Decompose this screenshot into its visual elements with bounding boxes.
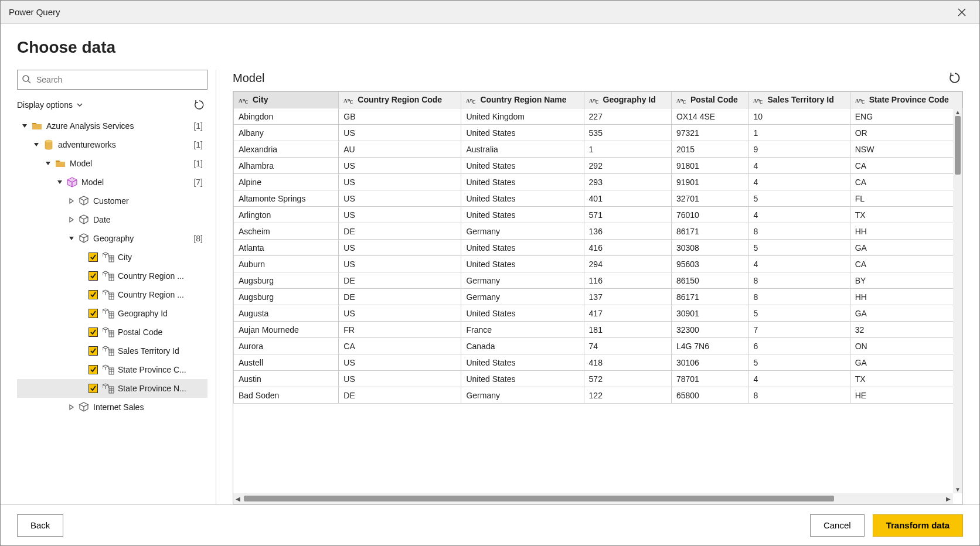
checkbox[interactable] xyxy=(89,365,98,374)
checkbox[interactable] xyxy=(89,327,98,337)
svg-point-7 xyxy=(45,140,52,142)
display-options-dropdown[interactable]: Display options xyxy=(17,100,83,110)
column-icon xyxy=(103,364,114,376)
tree-item[interactable]: Model[1] xyxy=(17,154,207,173)
table-row[interactable]: AuburnUSUnited States294956034CA xyxy=(234,256,962,272)
search-icon xyxy=(22,74,31,86)
expand-caret-icon[interactable] xyxy=(44,161,52,166)
svg-line-19 xyxy=(84,203,88,205)
table-row[interactable]: AbingdonGBUnited Kingdom227OX14 4SE10ENG xyxy=(234,108,962,125)
table-cell: US xyxy=(339,354,461,371)
tree-item[interactable]: Postal Code xyxy=(17,323,207,342)
tree-item-count: [1] xyxy=(193,140,207,149)
horizontal-scrollbar[interactable]: ◀ ▶ xyxy=(233,493,953,504)
tree-item[interactable]: Model[7] xyxy=(17,173,207,192)
tree-item[interactable]: Azure Analysis Services[1] xyxy=(17,117,207,135)
tree-item[interactable]: State Province C... xyxy=(17,360,207,379)
display-options-label: Display options xyxy=(17,100,73,110)
tree-item[interactable]: City xyxy=(17,248,207,267)
table-row[interactable]: AlbanyUSUnited States535973211OR xyxy=(234,125,962,141)
table-cell: Germany xyxy=(461,289,584,305)
tree-item[interactable]: Sales Territory Id xyxy=(17,342,207,360)
tree-item-label: adventureworks xyxy=(58,140,189,149)
tree-item[interactable]: Date xyxy=(17,210,207,229)
close-button[interactable] xyxy=(952,3,971,22)
tree-item[interactable]: State Province N... xyxy=(17,379,207,398)
table-cell: 535 xyxy=(584,125,671,141)
search-input[interactable] xyxy=(17,70,207,90)
table-row[interactable]: AlpineUSUnited States293919014CA xyxy=(234,174,962,190)
expand-caret-icon[interactable] xyxy=(67,236,76,241)
table-row[interactable]: AlexandriaAUAustralia120159NSW xyxy=(234,141,962,158)
tree-item[interactable]: Internet Sales xyxy=(17,398,207,417)
expand-caret-icon[interactable] xyxy=(21,123,29,129)
table-cell: United States xyxy=(461,305,584,322)
table-row[interactable]: AtlantaUSUnited States416303085GA xyxy=(234,240,962,256)
table-row[interactable]: Bad SodenDEGermany122658008HE xyxy=(234,387,962,404)
tree-item[interactable]: Country Region ... xyxy=(17,285,207,304)
checkbox[interactable] xyxy=(89,290,98,299)
horizontal-scroll-thumb[interactable] xyxy=(244,496,834,501)
column-header[interactable]: ABCCountry Region Name xyxy=(461,92,584,108)
close-icon xyxy=(958,8,966,16)
refresh-preview-button[interactable] xyxy=(947,70,963,86)
checkbox[interactable] xyxy=(89,384,98,393)
tree-item[interactable]: Geography Id xyxy=(17,304,207,323)
table-row[interactable]: AugsburgDEGermany137861718HH xyxy=(234,289,962,305)
column-header[interactable]: ABCState Province Code xyxy=(850,92,962,108)
table-cell: 1 xyxy=(584,141,671,158)
navigator-tree[interactable]: Azure Analysis Services[1]adventureworks… xyxy=(17,117,213,504)
column-header[interactable]: ABCGeography Id xyxy=(584,92,671,108)
back-button[interactable]: Back xyxy=(17,514,63,537)
table-cell: DE xyxy=(339,289,461,305)
scroll-left-icon[interactable]: ◀ xyxy=(233,496,243,502)
checkbox[interactable] xyxy=(89,271,98,281)
table-cell: 137 xyxy=(584,289,671,305)
table-row[interactable]: AustellUSUnited States418301065GA xyxy=(234,354,962,371)
table-cell: Austin xyxy=(234,371,339,387)
transform-data-button[interactable]: Transform data xyxy=(873,514,963,537)
expand-caret-icon[interactable] xyxy=(67,198,76,204)
table-cell: 416 xyxy=(584,240,671,256)
refresh-tree-button[interactable] xyxy=(191,97,207,113)
column-header[interactable]: ABCSales Territory Id xyxy=(748,92,850,108)
cancel-button[interactable]: Cancel xyxy=(810,514,865,537)
tree-item[interactable]: Customer xyxy=(17,192,207,210)
table-row[interactable]: Aujan MournedeFRFrance18132300732 xyxy=(234,322,962,338)
tree-item[interactable]: Country Region ... xyxy=(17,267,207,285)
tree-item[interactable]: adventureworks[1] xyxy=(17,135,207,154)
table-row[interactable]: Altamonte SpringsUSUnited States40132701… xyxy=(234,190,962,207)
vertical-scroll-thumb[interactable] xyxy=(955,116,961,175)
checkbox[interactable] xyxy=(89,346,98,356)
scroll-up-icon[interactable]: ▲ xyxy=(953,108,962,116)
table-row[interactable]: AlhambraUSUnited States292918014CA xyxy=(234,158,962,174)
column-header[interactable]: ABCPostal Code xyxy=(671,92,748,108)
table-cell: United States xyxy=(461,125,584,141)
scroll-right-icon[interactable]: ▶ xyxy=(944,496,953,502)
data-table[interactable]: ABCCityABCCountry Region CodeABCCountry … xyxy=(233,91,962,404)
expand-caret-icon[interactable] xyxy=(32,142,40,148)
table-cell: US xyxy=(339,158,461,174)
checkbox[interactable] xyxy=(89,309,98,318)
table-row[interactable]: AuroraCACanada74L4G 7N66ON xyxy=(234,338,962,354)
column-header[interactable]: ABCCity xyxy=(234,92,339,108)
tree-item[interactable]: Geography[8] xyxy=(17,229,207,248)
expand-caret-icon[interactable] xyxy=(67,404,76,410)
expand-caret-icon[interactable] xyxy=(56,179,64,185)
table-row[interactable]: AugustaUSUnited States417309015GA xyxy=(234,305,962,322)
expand-caret-icon[interactable] xyxy=(67,217,76,223)
table-cell: OR xyxy=(850,125,962,141)
table-row[interactable]: AugsburgDEGermany116861508BY xyxy=(234,272,962,289)
table-row[interactable]: AustinUSUnited States572787014TX xyxy=(234,371,962,387)
svg-line-18 xyxy=(80,203,84,205)
table-cell: 5 xyxy=(748,354,850,371)
checkbox[interactable] xyxy=(89,252,98,262)
table-cell: 5 xyxy=(748,305,850,322)
column-header[interactable]: ABCCountry Region Code xyxy=(339,92,461,108)
scroll-down-icon[interactable]: ▼ xyxy=(953,485,962,493)
table-row[interactable]: AscheimDEGermany136861718HH xyxy=(234,223,962,240)
vertical-scrollbar[interactable]: ▲ ▼ xyxy=(953,108,962,493)
table-row[interactable]: ArlingtonUSUnited States571760104TX xyxy=(234,207,962,223)
table-cell: TX xyxy=(850,371,962,387)
table-cell: 76010 xyxy=(671,207,748,223)
